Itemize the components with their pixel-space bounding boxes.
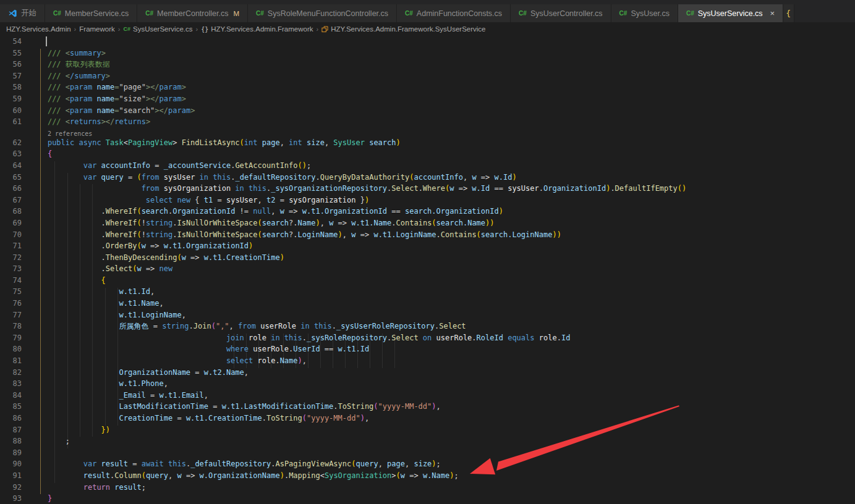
line-number[interactable]: 60 bbox=[0, 105, 30, 117]
breadcrumb-item[interactable]: HZY.Services.Admin.Framework.SysUserServ… bbox=[321, 25, 485, 33]
code-line[interactable]: 73 .Select(w => new bbox=[0, 263, 855, 275]
code-line[interactable]: 63 { bbox=[0, 148, 855, 160]
line-number[interactable]: 65 bbox=[0, 172, 30, 183]
tab-[interactable]: { bbox=[783, 4, 794, 22]
line-number[interactable]: 57 bbox=[0, 70, 30, 82]
code-line-text: w.t1.Phone, bbox=[30, 378, 855, 390]
code-line[interactable]: 93 } bbox=[0, 493, 855, 504]
line-number[interactable]: 84 bbox=[0, 390, 30, 401]
csharp-file-icon: C# bbox=[145, 10, 153, 17]
code-line[interactable]: 77 w.t1.LoginName, bbox=[0, 309, 855, 321]
line-number[interactable]: 67 bbox=[0, 195, 30, 206]
csharp-file-icon: C# bbox=[256, 10, 264, 17]
line-number[interactable]: 87 bbox=[0, 424, 30, 436]
code-line[interactable]: 62 public async Task<PagingView> FindLis… bbox=[0, 137, 855, 149]
line-number[interactable]: 64 bbox=[0, 160, 30, 172]
line-number[interactable]: 63 bbox=[0, 148, 30, 160]
line-number[interactable]: 74 bbox=[0, 275, 30, 287]
line-number[interactable]: 82 bbox=[0, 367, 30, 379]
code-line[interactable]: 83 w.t1.Phone, bbox=[0, 378, 855, 390]
code-line[interactable]: 54 bbox=[0, 36, 855, 48]
line-number[interactable]: 70 bbox=[0, 229, 30, 241]
line-number[interactable]: 80 bbox=[0, 343, 30, 355]
code-line[interactable]: 88 ; bbox=[0, 435, 855, 447]
code-line[interactable]: 84 _Email = w.t1.Email, bbox=[0, 390, 855, 401]
line-number[interactable]: 89 bbox=[0, 447, 30, 459]
code-line[interactable]: 86 CreationTime = w.t1.CreationTime.ToSt… bbox=[0, 413, 855, 424]
code-line[interactable]: 74 { bbox=[0, 275, 855, 287]
breadcrumb-item[interactable]: {}HZY.Services.Admin.Framework bbox=[201, 25, 313, 33]
line-number[interactable]: 85 bbox=[0, 401, 30, 413]
line-number[interactable]: 55 bbox=[0, 48, 30, 59]
tab-SysUserService.cs[interactable]: C#SysUserService.cs× bbox=[678, 4, 783, 22]
tab-AdminFunctionConsts.cs[interactable]: C#AdminFunctionConsts.cs bbox=[397, 4, 511, 22]
line-number[interactable]: 90 bbox=[0, 458, 30, 470]
line-number[interactable]: 61 bbox=[0, 116, 30, 128]
tab-MemberService.cs[interactable]: C#MemberService.cs bbox=[45, 4, 137, 22]
breadcrumb-item[interactable]: C#SysUserService.cs bbox=[123, 25, 192, 33]
code-line[interactable]: 57 /// </summary> bbox=[0, 70, 855, 82]
code-line[interactable]: 90 var result = await this._defaultRepos… bbox=[0, 458, 855, 470]
code-line[interactable]: 85 LastModificationTime = w.t1.LastModif… bbox=[0, 401, 855, 413]
line-number[interactable]: 62 bbox=[0, 137, 30, 149]
code-line[interactable]: 64 var accountInfo = _accountService.Get… bbox=[0, 160, 855, 172]
line-number[interactable]: 92 bbox=[0, 482, 30, 494]
code-line[interactable]: 59 /// <param name="size"></param> bbox=[0, 93, 855, 105]
code-line[interactable]: 81 select role.Name), bbox=[0, 355, 855, 367]
code-line[interactable]: 55 /// <summary> bbox=[0, 48, 855, 59]
line-number[interactable]: 93 bbox=[0, 493, 30, 504]
code-line[interactable]: 67 select new { t1 = sysUser, t2 = sysOr… bbox=[0, 195, 855, 206]
line-number[interactable]: 59 bbox=[0, 93, 30, 105]
code-line[interactable]: 92 return result; bbox=[0, 482, 855, 494]
code-line[interactable]: 69 .WhereIf(!string.IsNullOrWhiteSpace(s… bbox=[0, 217, 855, 229]
indent-guide bbox=[67, 173, 68, 448]
breadcrumb-item[interactable]: HZY.Services.Admin bbox=[6, 25, 71, 33]
code-line[interactable]: 66 from sysOrganization in this._sysOrga… bbox=[0, 183, 855, 195]
breadcrumb-item[interactable]: Framework bbox=[79, 25, 115, 33]
tab-SysRoleMenuFunctionController.cs[interactable]: C#SysRoleMenuFunctionController.cs bbox=[248, 4, 397, 22]
line-number[interactable]: 88 bbox=[0, 435, 30, 447]
code-line[interactable]: 79 join role in this._sysRoleRepository.… bbox=[0, 332, 855, 344]
code-line[interactable]: 80 where userRole.UserId == w.t1.Id bbox=[0, 343, 855, 355]
code-line[interactable]: 72 .ThenByDescending(w => w.t1.CreationT… bbox=[0, 252, 855, 264]
code-line[interactable]: 78 所属角色 = string.Join(",", from userRole… bbox=[0, 321, 855, 332]
tab-SysUser.cs[interactable]: C#SysUser.cs bbox=[611, 4, 678, 22]
line-number[interactable]: 79 bbox=[0, 332, 30, 344]
close-icon[interactable]: × bbox=[770, 9, 775, 18]
code-line[interactable]: 56 /// 获取列表数据 bbox=[0, 59, 855, 70]
line-number[interactable]: 56 bbox=[0, 59, 30, 70]
code-line[interactable]: 65 var query = (from sysUser in this._de… bbox=[0, 172, 855, 183]
line-number[interactable]: 69 bbox=[0, 217, 30, 229]
code-editor[interactable]: 5455 /// <summary>56 /// 获取列表数据57 /// </… bbox=[0, 36, 855, 504]
line-number[interactable]: 58 bbox=[0, 82, 30, 93]
line-number[interactable]: 68 bbox=[0, 206, 30, 217]
line-number[interactable]: 91 bbox=[0, 470, 30, 482]
line-number[interactable]: 71 bbox=[0, 240, 30, 252]
code-line[interactable]: 61 /// <returns></returns> bbox=[0, 116, 855, 128]
line-number[interactable]: 81 bbox=[0, 355, 30, 367]
line-number[interactable]: 73 bbox=[0, 263, 30, 275]
code-line[interactable]: 82 OrganizationName = w.t2.Name, bbox=[0, 367, 855, 379]
line-number[interactable]: 83 bbox=[0, 378, 30, 390]
code-line[interactable]: 68 .WhereIf(search.OrganizationId != nul… bbox=[0, 206, 855, 217]
line-number[interactable]: 54 bbox=[0, 36, 30, 48]
code-line[interactable]: 89 bbox=[0, 447, 855, 459]
code-line[interactable]: 60 /// <param name="search"></param> bbox=[0, 105, 855, 117]
line-number[interactable]: 77 bbox=[0, 309, 30, 321]
line-number[interactable]: 75 bbox=[0, 286, 30, 298]
line-number[interactable]: 76 bbox=[0, 298, 30, 309]
line-number[interactable]: 78 bbox=[0, 321, 30, 332]
code-line[interactable]: 75 w.t1.Id, bbox=[0, 286, 855, 298]
line-number[interactable]: 66 bbox=[0, 183, 30, 195]
code-line[interactable]: 70 .WhereIf(!string.IsNullOrWhiteSpace(s… bbox=[0, 229, 855, 241]
code-line[interactable]: 91 result.Column(query, w => w.Organizat… bbox=[0, 470, 855, 482]
code-line[interactable]: 71 .OrderBy(w => w.t1.OrganizationId) bbox=[0, 240, 855, 252]
tab-MemberController.cs[interactable]: C#MemberController.csM bbox=[137, 4, 248, 22]
line-number[interactable]: 72 bbox=[0, 252, 30, 264]
code-line[interactable]: 87 }) bbox=[0, 424, 855, 436]
code-line[interactable]: 76 w.t1.Name, bbox=[0, 298, 855, 309]
code-line[interactable]: 58 /// <param name="page"></param> bbox=[0, 82, 855, 93]
tab-SysUserController.cs[interactable]: C#SysUserController.cs bbox=[511, 4, 611, 22]
tab-[interactable]: 开始 bbox=[0, 4, 45, 22]
line-number[interactable]: 86 bbox=[0, 413, 30, 424]
